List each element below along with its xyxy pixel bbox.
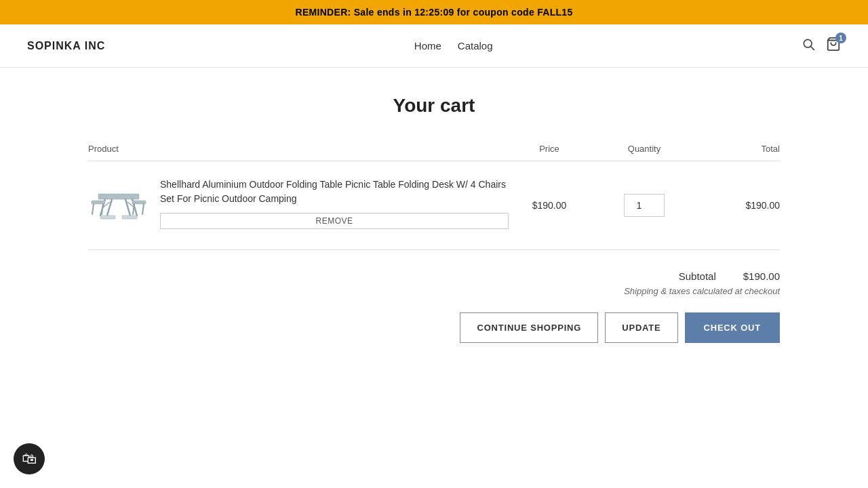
update-button[interactable]: UPDATE [605,312,677,343]
col-header-total: Total [698,144,780,154]
cart-summary: Subtotal $190.00 Shipping & taxes calcul… [88,270,780,296]
nav-home[interactable]: Home [414,40,441,52]
cart-main: Your cart Product Price Quantity Total [61,68,807,397]
main-nav: Home Catalog [414,40,493,52]
svg-line-15 [142,204,144,214]
banner-text: REMINDER: Sale ends in 12:25:09 for coup… [295,7,572,18]
cart-icon[interactable]: 1 [826,37,841,55]
quantity-input[interactable] [624,194,665,217]
header-icons: 1 [802,37,841,55]
subtotal-row: Subtotal $190.00 [679,270,780,282]
sale-banner: REMINDER: Sale ends in 12:25:09 for coup… [0,0,868,24]
product-name: Shellhard Aluminium Outdoor Folding Tabl… [160,178,509,206]
subtotal-value: $190.00 [743,270,780,282]
item-price: $190.00 [509,200,590,211]
svg-rect-16 [100,216,115,219]
search-icon[interactable] [802,37,815,54]
cart-item-row: Shellhard Aluminium Outdoor Folding Tabl… [88,161,780,250]
site-header: SOPINKA INC Home Catalog 1 [0,24,868,68]
shipping-note: Shipping & taxes calculated at checkout [624,286,780,296]
cart-count: 1 [835,33,846,43]
col-header-product: Product [88,144,509,154]
product-image [88,175,149,236]
subtotal-label: Subtotal [679,270,716,282]
item-total: $190.00 [698,200,780,211]
svg-rect-17 [122,216,137,219]
col-header-price: Price [509,144,590,154]
svg-line-14 [133,204,134,214]
continue-shopping-button[interactable]: CONTINUE SHOPPING [460,312,598,343]
col-header-quantity: Quantity [590,144,698,154]
checkout-button[interactable]: CHECK OUT [685,312,780,343]
quantity-cell [590,194,698,217]
remove-button[interactable]: REMOVE [160,213,509,229]
product-cell: Shellhard Aluminium Outdoor Folding Tabl… [88,175,509,236]
svg-rect-3 [98,194,139,199]
cart-actions: CONTINUE SHOPPING UPDATE CHECK OUT [88,312,780,343]
cart-table-header: Product Price Quantity Total [88,144,780,161]
product-info: Shellhard Aluminium Outdoor Folding Tabl… [160,175,509,229]
svg-line-1 [811,47,814,50]
svg-line-11 [92,204,94,214]
page-title: Your cart [88,95,780,117]
nav-catalog[interactable]: Catalog [458,40,493,52]
site-logo: SOPINKA INC [27,40,105,52]
svg-line-12 [102,204,103,214]
